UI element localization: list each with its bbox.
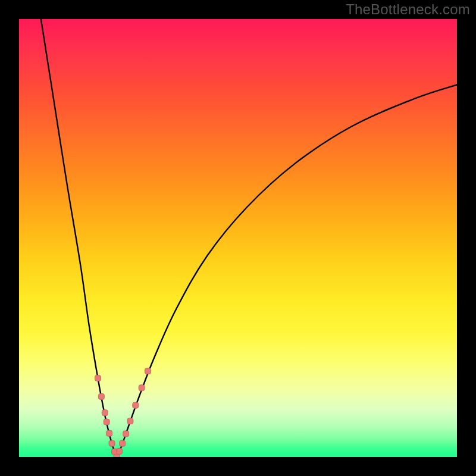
marker-point [123,431,129,437]
marker-point [109,440,115,446]
chart-frame: TheBottleneck.com [0,0,476,476]
marker-point [133,402,139,408]
valley-markers [95,368,151,457]
curve-right-branch [117,84,457,457]
marker-point [95,375,101,381]
watermark-text: TheBottleneck.com [346,1,470,18]
plot-area [19,19,457,457]
marker-point [104,419,109,425]
curve-left-branch [41,19,117,457]
curve-layer [19,19,457,457]
marker-point [98,393,104,399]
marker-point [120,440,126,446]
marker-point [139,385,145,391]
marker-point [145,368,151,374]
marker-point [117,448,123,454]
marker-point [102,410,108,416]
marker-point [127,418,133,424]
marker-point [107,430,112,436]
